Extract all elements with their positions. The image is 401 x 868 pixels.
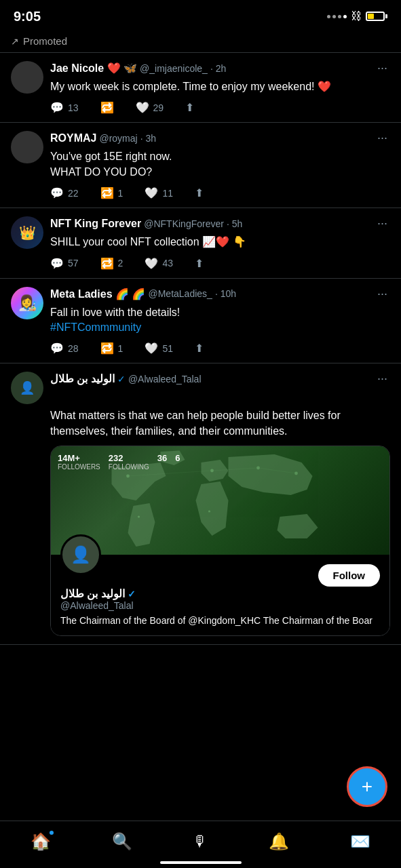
tweet-1-share[interactable]: ⬆ bbox=[185, 101, 194, 114]
nav-search[interactable]: 🔍 bbox=[112, 832, 132, 851]
promoted-banner: ↗ Promoted bbox=[0, 30, 401, 53]
tweet-2-top-row: ROYMAJ @roymaj · 3h ··· bbox=[50, 131, 390, 145]
profile-card-avatar: 👤 bbox=[60, 534, 101, 575]
tweet-4-actions: 💬 28 🔁 1 🤍 51 ⬆ bbox=[50, 342, 390, 355]
reply-icon: 💬 bbox=[50, 186, 64, 199]
like-icon: 🤍 bbox=[145, 257, 158, 270]
tweet-4-time: · 10h bbox=[215, 288, 236, 299]
tweet-3: 👑 NFT King Forever @NFTKingForever · 5h … bbox=[0, 208, 401, 278]
reply-icon: 💬 bbox=[50, 342, 64, 355]
tweet-4-retweet-count: 1 bbox=[118, 343, 123, 354]
tweet-5-meta: الوليد بن طلال ✓ @Alwaleed_Talal ··· bbox=[50, 372, 390, 386]
reply-icon: 💬 bbox=[50, 257, 64, 270]
stat-extra2: 6 bbox=[175, 453, 180, 463]
tweet-3-avatar: 👑 bbox=[11, 216, 43, 249]
tweet-2-more-button[interactable]: ··· bbox=[375, 131, 390, 145]
tweet-4-meta: Meta Ladies 🌈 🌈 @MetaLadies_ · 10h ··· F… bbox=[50, 287, 390, 355]
home-icon: 🏠 bbox=[31, 832, 51, 851]
stat-followers: 14M+ FOLLOWERS bbox=[58, 453, 100, 471]
tweet-2: ROYMAJ @roymaj · 3h ··· You've got 15E r… bbox=[0, 123, 401, 208]
tweet-4-author-handle: @MetaLadies_ bbox=[148, 288, 212, 299]
tweet-2-header: ROYMAJ @roymaj · 3h ··· You've got 15E r… bbox=[11, 131, 390, 199]
tweet-2-reply-count: 22 bbox=[68, 188, 79, 199]
retweet-icon: 🔁 bbox=[100, 186, 114, 199]
tweet-2-author-info: ROYMAJ @roymaj · 3h bbox=[50, 132, 156, 144]
tweet-5-verified-icon: ✓ bbox=[117, 374, 126, 384]
tweet-4-header: 👩‍🎨 Meta Ladies 🌈 🌈 @MetaLadies_ · 10h ·… bbox=[11, 287, 390, 355]
tweet-5-more-button[interactable]: ··· bbox=[375, 372, 390, 386]
tweet-4-more-button[interactable]: ··· bbox=[375, 287, 390, 301]
tweet-4-avatar: 👩‍🎨 bbox=[11, 287, 43, 319]
tweet-1-meta: Jae Nicole ❤️ 🦋 @_imjaenicole_ · 2h ··· … bbox=[50, 61, 390, 114]
tweet-2-time: · 3h bbox=[140, 133, 156, 144]
tweet-3-author-info: NFT King Forever @NFTKingForever · 5h bbox=[50, 218, 242, 230]
tweet-4-hashtag: #NFTCommmunity bbox=[50, 321, 141, 333]
nav-messages[interactable]: ✉️ bbox=[350, 832, 370, 851]
tweet-5-content: What matters is that we can help people … bbox=[50, 404, 390, 636]
tweet-1-author-info: Jae Nicole ❤️ 🦋 @_imjaenicole_ · 2h bbox=[50, 62, 226, 75]
status-time: 9:05 bbox=[14, 9, 41, 24]
tweet-2-share[interactable]: ⬆ bbox=[195, 186, 204, 199]
compose-plus-icon: + bbox=[362, 777, 373, 796]
tweet-1-more-button[interactable]: ··· bbox=[375, 61, 390, 75]
stat-extra1: 36 bbox=[157, 453, 167, 463]
retweet-icon: 🔁 bbox=[100, 101, 114, 114]
tweet-5-text: What matters is that we can help people … bbox=[50, 408, 390, 439]
tweet-4-retweet[interactable]: 🔁 1 bbox=[100, 342, 123, 355]
stat-following-label: FOLLOWING bbox=[109, 463, 149, 471]
share-icon: ⬆ bbox=[195, 342, 204, 355]
tweet-3-meta: NFT King Forever @NFTKingForever · 5h ··… bbox=[50, 216, 390, 269]
profile-card-verified-icon: ✓ bbox=[128, 589, 136, 599]
stat-following: 232 FOLLOWING bbox=[109, 453, 149, 471]
follow-button[interactable]: Follow bbox=[318, 564, 381, 587]
tweet-1-avatar bbox=[11, 61, 43, 94]
tweet-2-retweet[interactable]: 🔁 1 bbox=[100, 186, 123, 199]
tweet-1-like[interactable]: 🤍 29 bbox=[136, 101, 164, 114]
nav-notifications[interactable]: 🔔 bbox=[269, 832, 289, 851]
stat-extra1-number: 36 bbox=[157, 453, 167, 463]
stat-followers-number: 14M+ bbox=[58, 453, 80, 463]
tweet-1-author-handle: @_imjaenicole_ bbox=[140, 63, 208, 74]
tweet-4: 👩‍🎨 Meta Ladies 🌈 🌈 @MetaLadies_ · 10h ·… bbox=[0, 279, 401, 364]
svg-point-5 bbox=[208, 511, 210, 513]
tweet-3-reply[interactable]: 💬 57 bbox=[50, 257, 79, 270]
svg-point-4 bbox=[138, 516, 140, 518]
tweet-4-top-row: Meta Ladies 🌈 🌈 @MetaLadies_ · 10h ··· bbox=[50, 287, 390, 301]
tweet-3-top-row: NFT King Forever @NFTKingForever · 5h ··… bbox=[50, 216, 390, 231]
tweet-2-reply[interactable]: 💬 22 bbox=[50, 186, 79, 199]
compose-fab[interactable]: + bbox=[347, 766, 387, 807]
tweet-5-author-info: الوليد بن طلال ✓ @Alwaleed_Talal bbox=[50, 372, 202, 385]
home-nav-dot bbox=[50, 831, 54, 835]
profile-card-bio: The Chairman of the Board of @Kingdom_KH… bbox=[60, 615, 380, 626]
tweet-5-header: 👤 الوليد بن طلال ✓ @Alwaleed_Talal ··· bbox=[11, 372, 390, 404]
tweet-1: Jae Nicole ❤️ 🦋 @_imjaenicole_ · 2h ··· … bbox=[0, 53, 401, 123]
tweet-3-share[interactable]: ⬆ bbox=[195, 257, 204, 270]
tweet-4-reply[interactable]: 💬 28 bbox=[50, 342, 79, 355]
tweet-2-like[interactable]: 🤍 11 bbox=[145, 186, 173, 199]
nav-spaces[interactable]: 🎙 bbox=[193, 833, 208, 850]
tweet-3-retweet[interactable]: 🔁 2 bbox=[100, 257, 123, 270]
tweet-3-like-count: 43 bbox=[162, 258, 173, 269]
tweet-1-reply[interactable]: 💬 13 bbox=[50, 101, 79, 114]
tweet-3-time: · 5h bbox=[227, 218, 242, 229]
share-icon: ⬆ bbox=[195, 186, 204, 199]
stat-extra2-number: 6 bbox=[175, 453, 180, 463]
tweet-4-like[interactable]: 🤍 51 bbox=[145, 342, 173, 355]
tweet-2-retweet-count: 1 bbox=[118, 188, 123, 199]
tweet-4-like-count: 51 bbox=[162, 343, 173, 354]
tweet-1-retweet[interactable]: 🔁 bbox=[100, 101, 114, 114]
tweet-4-author-info: Meta Ladies 🌈 🌈 @MetaLadies_ · 10h bbox=[50, 288, 236, 300]
tweet-2-meta: ROYMAJ @roymaj · 3h ··· You've got 15E r… bbox=[50, 131, 390, 199]
tweet-2-author-handle: @roymaj bbox=[99, 133, 137, 144]
promoted-arrow-icon: ↗ bbox=[11, 36, 19, 47]
profile-card: 14M+ FOLLOWERS 232 FOLLOWING 36 6 bbox=[50, 446, 390, 636]
tweet-5-top-row: الوليد بن طلال ✓ @Alwaleed_Talal ··· bbox=[50, 372, 390, 386]
tweet-4-reply-count: 28 bbox=[68, 343, 79, 354]
tweet-3-author-name: NFT King Forever bbox=[50, 218, 141, 230]
nav-home[interactable]: 🏠 bbox=[31, 832, 51, 851]
tweet-3-like[interactable]: 🤍 43 bbox=[145, 257, 173, 270]
battery-icon bbox=[366, 12, 387, 21]
tweet-4-share[interactable]: ⬆ bbox=[195, 342, 204, 355]
tweet-2-text: You've got 15E right now.WHAT DO YOU DO? bbox=[50, 149, 390, 180]
tweet-3-more-button[interactable]: ··· bbox=[375, 216, 390, 231]
